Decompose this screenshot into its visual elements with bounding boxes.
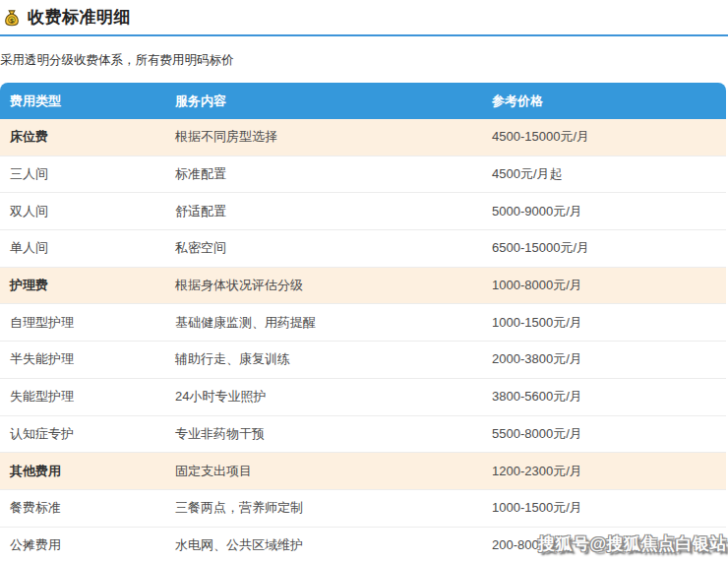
cell-price: 1000-1500元/月 <box>482 499 726 517</box>
table-row: 其他费用 固定支出项目 1200-2300元/月 <box>0 453 726 490</box>
column-header-service: 服务内容 <box>165 93 482 110</box>
cell-fee-type: 失能型护理 <box>0 388 165 406</box>
table-row: 床位费 根据不同房型选择 4500-15000元/月 <box>0 119 726 156</box>
cell-service: 固定支出项目 <box>165 463 482 480</box>
cell-fee-type: 自理型护理 <box>0 314 165 332</box>
table-row: 三人间 标准配置 4500元/月起 <box>0 156 726 194</box>
money-bag-icon: $ <box>3 9 21 27</box>
cell-fee-type: 其他费用 <box>0 463 165 480</box>
cell-fee-type: 认知症专护 <box>0 425 165 443</box>
subtitle-text: 采用透明分级收费体系，所有费用明码标价 <box>0 52 728 69</box>
cell-price: 1000-1500元/月 <box>482 314 726 332</box>
section-header: $ 收费标准明细 <box>0 0 728 36</box>
svg-text:$: $ <box>10 16 14 24</box>
cell-service: 基础健康监测、用药提醒 <box>165 314 482 332</box>
cell-price: 2000-3800元/月 <box>482 350 726 368</box>
table-row: 双人间 舒适配置 5000-9000元/月 <box>0 193 726 230</box>
table-row: 餐费标准 三餐两点，营养师定制 1000-1500元/月 <box>0 490 726 528</box>
cell-price: 5000-9000元/月 <box>482 203 726 220</box>
cell-fee-type: 护理费 <box>0 277 165 294</box>
page-title: 收费标准明细 <box>28 6 131 29</box>
cell-fee-type: 单人间 <box>0 239 165 257</box>
cell-price: 4500元/月起 <box>482 165 726 183</box>
column-header-price: 参考价格 <box>482 93 726 110</box>
table-row: 自理型护理 基础健康监测、用药提醒 1000-1500元/月 <box>0 304 726 342</box>
fee-table: 费用类型 服务内容 参考价格 床位费 根据不同房型选择 4500-15000元/… <box>0 83 726 562</box>
cell-price: 6500-15000元/月 <box>482 239 726 257</box>
cell-price: 3800-5600元/月 <box>482 388 726 406</box>
table-row: 失能型护理 24小时专业照护 3800-5600元/月 <box>0 379 726 416</box>
cell-service: 标准配置 <box>165 165 482 183</box>
table-row: 半失能护理 辅助行走、康复训练 2000-3800元/月 <box>0 342 726 379</box>
cell-service: 辅助行走、康复训练 <box>165 350 482 368</box>
table-header-row: 费用类型 服务内容 参考价格 <box>0 83 726 119</box>
cell-fee-type: 公摊费用 <box>0 536 165 554</box>
cell-fee-type: 双人间 <box>0 203 165 220</box>
cell-fee-type: 床位费 <box>0 128 165 146</box>
table-row: 认知症专护 专业非药物干预 5500-8000元/月 <box>0 416 726 454</box>
cell-service: 水电网、公共区域维护 <box>165 536 482 554</box>
cell-service: 舒适配置 <box>165 203 482 220</box>
cell-price: 1200-2300元/月 <box>482 463 726 480</box>
cell-fee-type: 餐费标准 <box>0 499 165 517</box>
table-row: 单人间 私密空间 6500-15000元/月 <box>0 230 726 268</box>
table-row: 护理费 根据身体状况评估分级 1000-8000元/月 <box>0 268 726 305</box>
cell-service: 根据身体状况评估分级 <box>165 277 482 294</box>
cell-service: 专业非药物干预 <box>165 425 482 443</box>
cell-fee-type: 半失能护理 <box>0 350 165 368</box>
cell-service: 三餐两点，营养师定制 <box>165 499 482 517</box>
cell-service: 私密空间 <box>165 239 482 257</box>
column-header-fee-type: 费用类型 <box>0 93 165 110</box>
cell-price: 5500-8000元/月 <box>482 425 726 443</box>
cell-price: 4500-15000元/月 <box>482 128 726 146</box>
sohu-watermark: 搜狐号@搜狐焦点白银站 <box>538 532 727 555</box>
cell-service: 根据不同房型选择 <box>165 128 482 146</box>
cell-service: 24小时专业照护 <box>165 388 482 406</box>
cell-price: 1000-8000元/月 <box>482 277 726 294</box>
cell-fee-type: 三人间 <box>0 165 165 183</box>
